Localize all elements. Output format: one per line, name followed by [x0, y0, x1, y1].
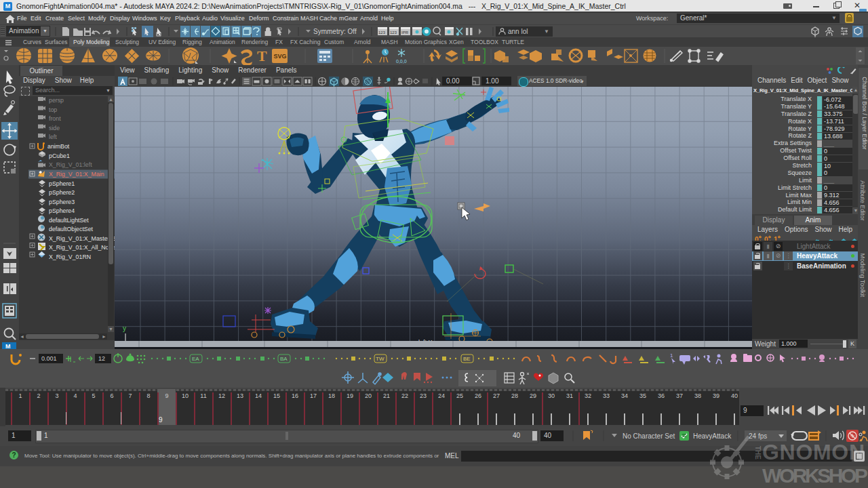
svg-text:left: left [49, 134, 57, 140]
svg-text:X_Rig_V_01:X_Main: X_Rig_V_01:X_Main [49, 171, 104, 178]
svg-text:123: 123 [378, 30, 386, 35]
svg-text:side: side [49, 125, 60, 131]
svg-text:GNOMON: GNOMON [762, 440, 865, 464]
svg-text:WORKSHOP: WORKSHOP [762, 464, 868, 487]
svg-text:BA: BA [280, 356, 288, 362]
svg-text:TW: TW [376, 356, 384, 362]
svg-text:animBot: animBot [47, 143, 70, 150]
svg-text:SVG: SVG [274, 53, 287, 60]
svg-text:front: front [49, 115, 61, 122]
svg-text:pCube1: pCube1 [49, 152, 70, 159]
svg-text:X_Rig_V_01:left: X_Rig_V_01:left [49, 161, 92, 168]
svg-text:defaultObjectSet: defaultObjectSet [49, 226, 94, 232]
svg-text:y: y [123, 325, 126, 332]
svg-text:123: 123 [390, 30, 397, 35]
svg-text:BE: BE [463, 356, 471, 362]
svg-text:pSphere2: pSphere2 [49, 189, 75, 196]
svg-text:defaultLightSet: defaultLightSet [49, 217, 89, 224]
svg-text:top: top [49, 106, 57, 113]
svg-text:Symmetry: Off: Symmetry: Off [313, 28, 357, 35]
svg-text:M: M [5, 343, 11, 349]
svg-text:No Character Set: No Character Set [623, 432, 675, 440]
svg-text:1: 1 [670, 352, 673, 359]
svg-text:THE: THE [754, 446, 762, 460]
svg-text:persp: persp [49, 97, 64, 104]
svg-text:0.001: 0.001 [41, 355, 57, 362]
svg-text:EA: EA [192, 356, 199, 362]
svg-text:0,0,0: 0,0,0 [396, 59, 407, 64]
svg-text:IPR: IPR [401, 30, 409, 35]
svg-text:pSphere3: pSphere3 [49, 199, 75, 205]
svg-text:pSphere1: pSphere1 [49, 180, 75, 187]
svg-text:T: T [257, 47, 267, 64]
svg-text:X_Rig_V_01RN: X_Rig_V_01RN [49, 253, 91, 260]
svg-text:12: 12 [98, 355, 105, 362]
svg-text:pSphere4: pSphere4 [49, 207, 75, 214]
